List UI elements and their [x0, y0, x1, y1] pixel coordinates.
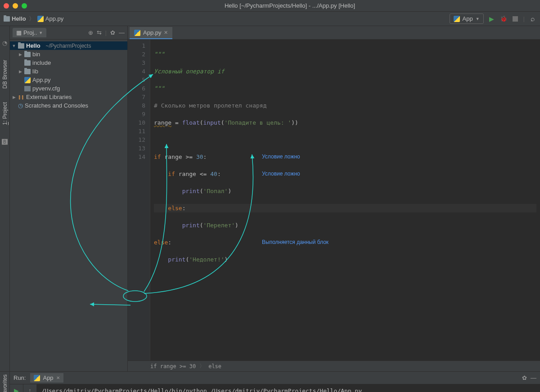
- stop-button[interactable]: [512, 15, 519, 23]
- minimize-window-button[interactable]: [13, 3, 18, 9]
- navigation-bar: Hello 〉 App.py App ▼ ▶ 🐞 | ⌕: [0, 12, 540, 26]
- inline-hint: Условие ложно: [262, 170, 300, 178]
- folder-icon: [24, 52, 31, 57]
- scratch-icon: ◷: [18, 102, 23, 109]
- run-button[interactable]: ▶: [488, 15, 495, 23]
- folder-icon: [4, 16, 10, 22]
- left-strip-lower: ★ 2: Favorites ⫿ 7: Structure: [0, 372, 10, 392]
- console-output[interactable]: /Users/dmitriy/PycharmProjects/Hello/bin…: [37, 384, 540, 392]
- editor-tab-app-py[interactable]: App.py✕: [130, 27, 172, 39]
- rerun-button[interactable]: ▶: [14, 387, 19, 392]
- tree-item-app-py[interactable]: App.py: [10, 76, 127, 84]
- close-window-button[interactable]: [4, 3, 9, 9]
- gear-icon[interactable]: ✿: [522, 374, 527, 381]
- console-line: /Users/dmitriy/PycharmProjects/Hello/bin…: [41, 387, 536, 392]
- tree-item-lib[interactable]: ▶ lib: [10, 67, 127, 76]
- db-browser-icon[interactable]: ◔: [2, 40, 7, 46]
- document-icon: [217, 3, 223, 9]
- target-icon[interactable]: ⊕: [88, 29, 93, 36]
- tree-item-pyvenv[interactable]: pyvenv.cfg: [10, 84, 127, 93]
- collapse-icon[interactable]: ⇆: [97, 29, 102, 36]
- breadcrumb-project[interactable]: Hello: [12, 15, 26, 22]
- config-icon: [24, 86, 31, 91]
- project-tab[interactable]: 1: Project: [2, 102, 8, 125]
- library-icon: ⫿⫿: [18, 94, 24, 100]
- gear-icon[interactable]: ✿: [110, 29, 115, 36]
- project-view-tab[interactable]: ▦ Proj.. ▼: [13, 28, 46, 37]
- editor-area: App.py✕ 1234567891011121314 """ Условный…: [128, 26, 540, 371]
- window-title: Hello [~/PycharmProjects/Hello] - .../Ap…: [36, 2, 536, 9]
- up-button[interactable]: ↑: [28, 387, 32, 392]
- window-controls: [4, 3, 27, 9]
- left-toolwindow-strip: ◔ DB Browser 1: Project 🅱: [0, 26, 10, 371]
- folder-icon: [24, 60, 31, 66]
- chevron-right-icon: 〉: [28, 15, 36, 23]
- project-sidebar: ▦ Proj.. ▼ ⊕ ⇆ | ✿ — ▼ Hello ~/PycharmPr…: [10, 26, 128, 371]
- debug-button[interactable]: 🐞: [500, 15, 507, 23]
- chevron-down-icon: ▼: [476, 17, 480, 21]
- code-editor[interactable]: """ Условный оператор if """ # Сколько м…: [150, 40, 540, 360]
- tree-scratches[interactable]: ◷ Scratches and Consoles: [10, 101, 127, 110]
- folder-icon: [18, 43, 24, 49]
- python-icon: [24, 77, 31, 83]
- close-icon[interactable]: ✕: [56, 375, 60, 380]
- breadcrumbs[interactable]: Hello 〉 App.py: [4, 15, 63, 23]
- chevron-down-icon: ▼: [39, 31, 43, 35]
- project-icon: ▦: [16, 29, 22, 36]
- folder-icon: [24, 69, 31, 74]
- db-browser-tab[interactable]: DB Browser: [2, 60, 8, 89]
- breadcrumb-file[interactable]: App.py: [45, 15, 63, 22]
- maximize-window-button[interactable]: [22, 3, 27, 9]
- sidebar-header: ▦ Proj.. ▼ ⊕ ⇆ | ✿ —: [10, 26, 127, 40]
- bookmark-icon[interactable]: 🅱: [2, 139, 8, 145]
- project-tree[interactable]: ▼ Hello ~/PycharmProjects ▶ bin include …: [10, 40, 127, 112]
- editor-breadcrumb[interactable]: if range >= 30〉else: [128, 360, 540, 371]
- run-tab-app[interactable]: App✕: [30, 373, 63, 383]
- tree-item-include[interactable]: include: [10, 59, 127, 67]
- favorites-tab[interactable]: ★ 2: Favorites: [2, 374, 8, 392]
- search-button[interactable]: ⌕: [529, 15, 536, 23]
- run-config-dropdown[interactable]: App ▼: [450, 14, 484, 24]
- python-icon: [37, 16, 44, 22]
- inline-hint: Условие ложно: [262, 153, 300, 161]
- line-gutter[interactable]: 1234567891011121314: [128, 40, 150, 360]
- tree-root[interactable]: ▼ Hello ~/PycharmProjects: [10, 41, 127, 50]
- python-icon: [34, 375, 40, 381]
- titlebar: Hello [~/PycharmProjects/Hello] - .../Ap…: [0, 0, 540, 12]
- python-icon: [134, 30, 140, 36]
- inline-hint: Выполняется данный блок: [262, 238, 328, 247]
- python-icon: [454, 16, 460, 22]
- tree-item-bin[interactable]: ▶ bin: [10, 50, 127, 59]
- tree-external-libraries[interactable]: ▶⫿⫿ External Libraries: [10, 93, 127, 101]
- run-toolbar-2: ↑ ↓ ↩ ⇊ 🖶: [23, 384, 37, 392]
- hide-button[interactable]: —: [119, 29, 125, 36]
- hide-button[interactable]: —: [531, 374, 536, 381]
- close-tab-icon[interactable]: ✕: [164, 30, 168, 36]
- run-toolbar-left: ▶ ■ ⏸ ⫼ 📌 »: [10, 384, 23, 392]
- run-tool-window: ★ 2: Favorites ⫿ 7: Structure Run: App✕ …: [0, 371, 540, 392]
- run-title: Run:: [14, 374, 26, 381]
